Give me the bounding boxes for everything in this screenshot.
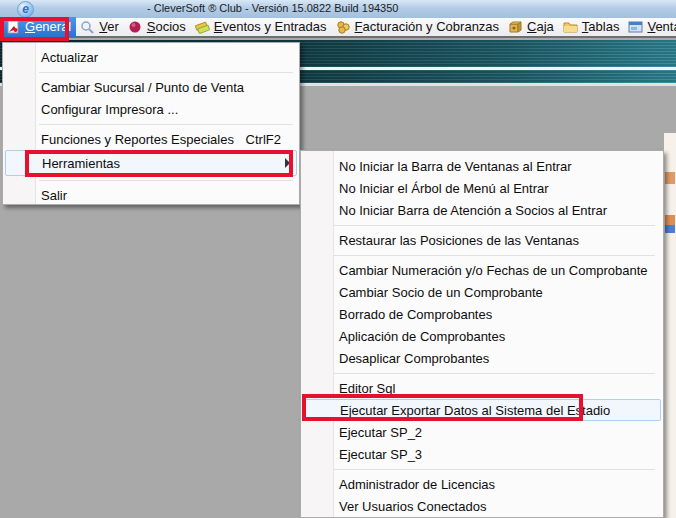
menu-item-label: Editor Sql [339,381,395,396]
background-window-edge [664,133,676,518]
menubar-item-ventanas[interactable]: Ventanas [624,17,676,37]
coins-icon [336,20,351,34]
menu-item-cambiar-sucursal[interactable]: Cambiar Sucursal / Punto de Venta [5,76,297,98]
submenu-item-ver-usuarios-conectados[interactable]: Ver Usuarios Conectados [303,495,661,517]
menu-item-herramientas[interactable]: Herramientas [5,150,297,176]
background-fragment [665,172,675,184]
menu-item-configurar-impresora[interactable]: Configurar Impresora ... [5,98,297,120]
menu-separator [301,465,663,473]
menu-item-label: Desaplicar Comprobantes [339,351,489,366]
submenu-item-ejecutar-sp2[interactable]: Ejecutar SP_2 [303,421,661,443]
background-fragment [665,225,675,233]
title-bar: e - CleverSoft ® Club - Versión 15.0822 … [0,0,676,18]
menu-separator [3,120,299,128]
menu-item-label: No Iniciar Barra de Atención a Socios al… [339,203,607,218]
submenu-item-administrador-licencias[interactable]: Administrador de Licencias [303,473,661,495]
menu-item-salir[interactable]: Salir [5,184,297,206]
submenu-item-desaplicar-comprobantes[interactable]: Desaplicar Comprobantes [303,347,661,369]
menu-item-label: Funciones y Reportes Especiales [41,132,234,147]
submenu-item-borrado-comprobantes[interactable]: Borrado de Comprobantes [303,303,661,325]
menubar-item-label: Facturación y Cobranzas [355,19,500,34]
menu-item-label: Configurar Impresora ... [41,102,178,117]
menu-item-label: No Iniciar la Barra de Ventanas al Entra… [339,159,572,174]
submenu-arrow-icon [285,158,290,168]
menu-separator [301,221,663,229]
safe-icon [508,20,523,34]
submenu-item-editor-sql[interactable]: Editor Sql [303,377,661,399]
menubar-item-label: Socios [147,19,186,34]
menu-item-label: Actualizar [41,50,98,65]
menu-item-label: Cambiar Socio de un Comprobante [339,285,543,300]
menubar-item-general[interactable]: General [2,17,76,37]
menu-item-label: Ver Usuarios Conectados [339,499,486,514]
search-icon [80,20,95,34]
menu-separator [301,251,663,259]
menu-item-label: Ejecutar SP_3 [339,447,422,462]
submenu-item-no-iniciar-barra-atencion[interactable]: No Iniciar Barra de Atención a Socios al… [303,199,661,221]
menubar-item-caja[interactable]: Caja [504,17,559,37]
menu-bar: General Ver Socios Eventos y Entradas Fa… [0,18,676,38]
menubar-item-label: Tablas [582,19,620,34]
menu-separator [3,68,299,76]
menu-item-label: No Iniciar el Árbol de Menú al Entrar [339,181,549,196]
window-title: - CleverSoft ® Club - Versión 15.0822 Bu… [147,2,398,14]
menubar-item-label: Eventos y Entradas [214,19,327,34]
menu-item-label: Borrado de Comprobantes [339,307,492,322]
submenu-item-restaurar-posiciones[interactable]: Restaurar las Posiciones de las Ventanas [303,229,661,251]
menubar-item-ver[interactable]: Ver [76,17,124,37]
submenu-item-no-iniciar-arbol-menu[interactable]: No Iniciar el Árbol de Menú al Entrar [303,177,661,199]
menubar-item-label: Caja [527,19,554,34]
menu-item-funciones-reportes[interactable]: Funciones y Reportes EspecialesCtrlF2 [5,128,297,150]
submenu-item-ejecutar-exportar-estadio[interactable]: Ejecutar Exportar Datos al Sistema del E… [303,399,661,421]
app-icon: e [17,1,34,18]
menu-item-label: Ejecutar Exportar Datos al Sistema del E… [340,403,610,418]
menu-separator [301,369,663,377]
submenu-item-aplicacion-comprobantes[interactable]: Aplicación de Comprobantes [303,325,661,347]
submenu-item-no-iniciar-barra-ventanas[interactable]: No Iniciar la Barra de Ventanas al Entra… [303,155,661,177]
menu-item-label: Cambiar Numeración y/o Fechas de un Comp… [339,263,648,278]
menu-separator [3,176,299,184]
menu-item-label: Aplicación de Comprobantes [339,329,505,344]
herramientas-submenu: No Iniciar la Barra de Ventanas al Entra… [300,150,664,518]
member-sphere-icon [128,20,143,34]
menu-item-label: Herramientas [42,156,120,171]
menubar-item-label: Ventanas [647,19,676,34]
folder-icon [563,20,578,34]
menubar-item-label: Ver [99,19,119,34]
menu-item-label: Administrador de Licencias [339,477,495,492]
tickets-icon [195,20,210,34]
menu-item-label: Cambiar Sucursal / Punto de Venta [41,80,244,95]
menubar-item-tablas[interactable]: Tablas [559,17,625,37]
window-icon [628,20,643,34]
menu-item-shortcut: CtrlF2 [246,132,297,147]
menu-item-actualizar[interactable]: Actualizar [5,46,297,68]
document-seal-icon [6,20,21,34]
menu-item-label: Ejecutar SP_2 [339,425,422,440]
menubar-item-label: General [25,19,71,34]
menubar-item-facturacion[interactable]: Facturación y Cobranzas [332,17,505,37]
menubar-item-eventos[interactable]: Eventos y Entradas [191,17,332,37]
menu-item-label: Restaurar las Posiciones de las Ventanas [339,233,579,248]
menu-item-label: Salir [41,188,67,203]
submenu-item-ejecutar-sp3[interactable]: Ejecutar SP_3 [303,443,661,465]
submenu-item-cambiar-socio[interactable]: Cambiar Socio de un Comprobante [303,281,661,303]
general-menu: Actualizar Cambiar Sucursal / Punto de V… [2,42,300,205]
background-fragment [665,215,675,225]
menubar-item-socios[interactable]: Socios [124,17,191,37]
submenu-item-cambiar-numeracion[interactable]: Cambiar Numeración y/o Fechas de un Comp… [303,259,661,281]
